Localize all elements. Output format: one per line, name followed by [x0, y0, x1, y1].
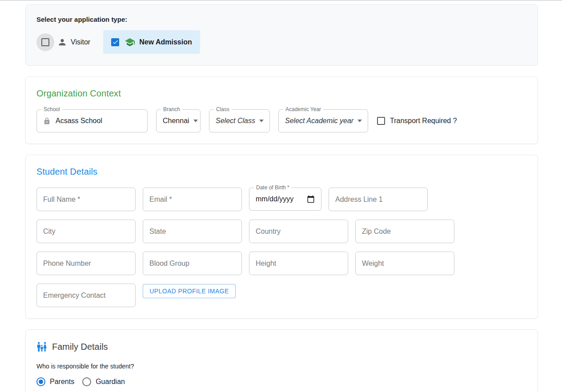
class-value: Select Class: [216, 117, 255, 125]
weight-input[interactable]: [355, 252, 454, 275]
caret-down-icon: [357, 120, 362, 122]
person-icon: [57, 37, 67, 47]
caret-down-icon: [259, 120, 264, 122]
family-details-header: Family Details: [36, 341, 527, 352]
student-row-2: [36, 220, 527, 243]
responsible-radio-group: Parents Guardian: [36, 377, 527, 386]
application-type-options: Visitor New Admission: [36, 30, 527, 54]
academic-year-select[interactable]: Academic Year Select Academic year: [278, 109, 368, 132]
visitor-option[interactable]: Visitor: [36, 33, 90, 51]
transport-required-label: Transport Required ?: [390, 117, 457, 125]
new-admission-checkbox[interactable]: [111, 38, 119, 46]
organization-fields-row: School Acsass School Branch Chennai Clas…: [36, 109, 527, 132]
upload-profile-image-button[interactable]: UPLOAD PROFILE IMAGE: [143, 284, 236, 298]
responsible-question: Who is responsible for the student?: [36, 363, 527, 370]
family-icon: [36, 341, 48, 352]
top-divider: [0, 0, 562, 1]
height-input[interactable]: [249, 252, 348, 275]
new-admission-option[interactable]: New Admission: [103, 30, 200, 54]
family-details-title: Family Details: [52, 342, 108, 352]
student-row-1: Date of Birth * mm/dd/yyyy: [36, 188, 527, 211]
visitor-label: Visitor: [71, 38, 90, 46]
class-select[interactable]: Class Select Class: [209, 109, 270, 132]
academic-year-value: Select Academic year: [285, 117, 353, 125]
phone-number-input[interactable]: [36, 252, 136, 275]
transport-required-checkbox[interactable]: [377, 117, 385, 125]
transport-required-option[interactable]: Transport Required ?: [377, 117, 457, 125]
parents-radio-label: Parents: [50, 378, 74, 386]
date-of-birth-value: mm/dd/yyyy: [256, 195, 293, 203]
address-line1-input[interactable]: [329, 188, 428, 211]
guardian-radio-label: Guardian: [96, 378, 125, 386]
parents-radio[interactable]: [36, 377, 45, 386]
student-row-4: UPLOAD PROFILE IMAGE: [36, 284, 527, 307]
student-details-title: Student Details: [36, 167, 527, 177]
graduation-cap-icon: [124, 37, 135, 48]
date-of-birth-field[interactable]: Date of Birth * mm/dd/yyyy: [249, 188, 321, 211]
admission-form-page: Select your application type: Visitor: [25, 4, 538, 392]
check-icon: [112, 39, 119, 45]
academic-year-select-label: Academic Year: [283, 106, 323, 112]
parents-radio-option[interactable]: Parents: [36, 377, 74, 386]
school-field[interactable]: School Acsass School: [36, 109, 148, 132]
email-input[interactable]: [143, 188, 242, 211]
guardian-radio[interactable]: [82, 377, 91, 386]
blood-group-input[interactable]: [143, 252, 242, 275]
state-input[interactable]: [143, 220, 242, 243]
branch-select[interactable]: Branch Chennai: [156, 109, 201, 132]
zip-code-input[interactable]: [355, 220, 454, 243]
family-details-card: Family Details Who is responsible for th…: [25, 329, 538, 392]
application-type-title: Select your application type:: [36, 16, 527, 23]
lock-icon: [43, 117, 51, 125]
new-admission-label: New Admission: [139, 38, 192, 46]
full-name-input[interactable]: [36, 188, 136, 211]
visitor-checkbox-ripple: [36, 33, 54, 51]
date-of-birth-label: Date of Birth *: [254, 184, 292, 191]
application-type-card: Select your application type: Visitor: [25, 4, 538, 66]
caret-down-icon: [193, 120, 198, 122]
student-details-card: Student Details Date of Birth * mm/dd/yy…: [25, 155, 538, 319]
organization-context-title: Organization Context: [36, 88, 527, 99]
branch-value: Chennai: [163, 117, 189, 125]
city-input[interactable]: [36, 220, 136, 243]
class-select-label: Class: [214, 106, 232, 112]
branch-select-label: Branch: [161, 106, 182, 112]
organization-context-card: Organization Context School Acsass Schoo…: [25, 76, 538, 144]
school-field-label: School: [41, 106, 62, 112]
emergency-contact-input[interactable]: [36, 284, 136, 307]
country-input[interactable]: [249, 220, 348, 243]
calendar-icon[interactable]: [307, 195, 315, 203]
student-row-3: [36, 252, 527, 275]
school-value: Acsass School: [56, 117, 102, 125]
guardian-radio-option[interactable]: Guardian: [82, 377, 125, 386]
visitor-checkbox[interactable]: [41, 38, 49, 46]
